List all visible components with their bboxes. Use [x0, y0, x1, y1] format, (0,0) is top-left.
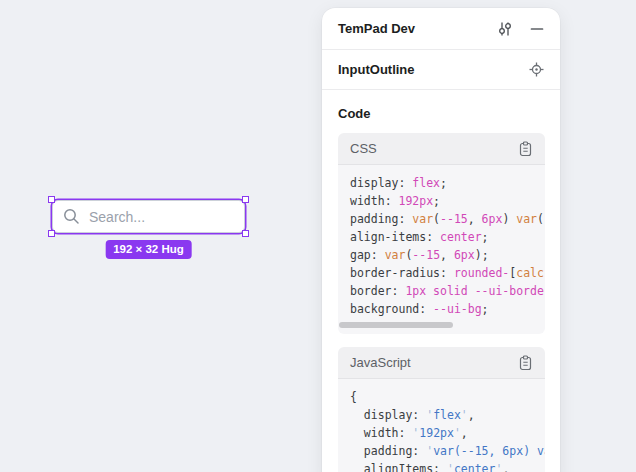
figma-canvas: Search... 192 × 32 Hug TemPad Dev: [0, 0, 636, 472]
panel-title: TemPad Dev: [338, 21, 415, 36]
code-line: display: 'flex',: [350, 406, 545, 424]
code-line: align-items: center;: [350, 228, 545, 246]
css-block-label: CSS: [350, 141, 377, 156]
minimize-icon[interactable]: [530, 22, 544, 36]
search-placeholder: Search...: [89, 209, 145, 225]
code-line: background: --ui-bg;: [350, 300, 545, 318]
scrollbar-thumb[interactable]: [339, 322, 453, 328]
code-line: gap: var(--15, 6px);: [350, 246, 545, 264]
selection-handle-bottom-right[interactable]: [242, 230, 249, 237]
code-line: border-radius: rounded-[calc(v: [350, 264, 545, 282]
code-section: Code CSS display: flex;width: 192px;padd…: [322, 90, 560, 472]
javascript-code-block: JavaScript { display: 'flex', width: '19…: [338, 347, 545, 472]
selection-handle-top-left[interactable]: [48, 196, 55, 203]
css-code-body: display: flex;width: 192px;padding: var(…: [338, 165, 545, 318]
code-line: padding: var(--15, 6px) var(--: [350, 210, 545, 228]
sliders-icon[interactable]: [497, 21, 513, 37]
selection-size-badge: 192 × 32 Hug: [105, 240, 192, 259]
panel-header: TemPad Dev: [322, 8, 560, 50]
css-horizontal-scrollbar: [338, 318, 545, 334]
javascript-block-label: JavaScript: [350, 355, 411, 370]
clipboard-icon[interactable]: [518, 141, 533, 157]
code-section-title: Code: [338, 106, 545, 121]
target-icon[interactable]: [529, 62, 544, 77]
code-line: alignItems: 'center',: [350, 460, 545, 472]
clipboard-icon[interactable]: [518, 355, 533, 371]
component-row: InputOutline: [322, 50, 560, 90]
tempad-dev-panel: TemPad Dev InputOutline: [322, 8, 560, 472]
component-name: InputOutline: [338, 62, 415, 77]
selection-handle-bottom-left[interactable]: [48, 230, 55, 237]
css-code-block: CSS display: flex;width: 192px;padding: …: [338, 133, 545, 334]
code-line: display: flex;: [350, 174, 545, 192]
javascript-block-header: JavaScript: [338, 347, 545, 379]
code-line: width: '192px',: [350, 424, 545, 442]
javascript-code-body: { display: 'flex', width: '192px', paddi…: [338, 379, 545, 472]
selection-handle-top-right[interactable]: [242, 196, 249, 203]
search-input[interactable]: Search...: [52, 200, 245, 233]
code-line: width: 192px;: [350, 192, 545, 210]
css-block-header: CSS: [338, 133, 545, 165]
code-line: {: [350, 388, 545, 406]
magnifier-icon: [63, 208, 80, 225]
selected-search-input-group[interactable]: Search... 192 × 32 Hug: [52, 200, 245, 233]
code-line: border: 1px solid --ui-border-: [350, 282, 545, 300]
code-line: padding: 'var(--15, 6px) var: [350, 442, 545, 460]
